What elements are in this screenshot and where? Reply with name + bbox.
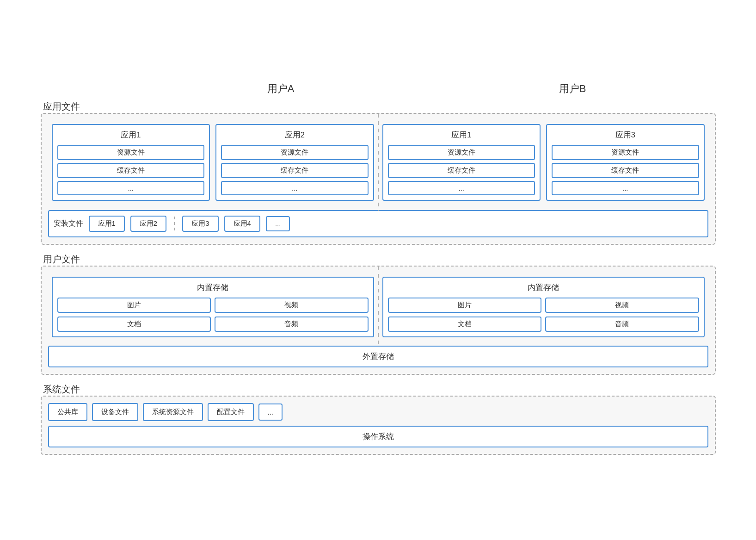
system-files-section: 系统文件 公共库 设备文件 系统资源文件 配置文件 ... 操作系统 (41, 383, 716, 455)
user-a-docs: 文档 (57, 317, 211, 332)
install-more: ... (266, 216, 290, 231)
diagram: 用户A 用户B 应用文件 应用1 资源文件 缓存文件 (31, 63, 725, 477)
app-files-section: 应用文件 应用1 资源文件 缓存文件 ... (41, 100, 716, 245)
user-a-files: 内置存储 图片 视频 文档 音频 (48, 273, 378, 341)
user-b-app1-title: 应用1 (388, 130, 535, 140)
user-b-app3-title: 应用3 (552, 130, 699, 140)
sys-resource-files: 系统资源文件 (143, 403, 203, 421)
user-a-videos: 视频 (215, 298, 369, 313)
user-b-app3-inner: 资源文件 缓存文件 ... (552, 145, 699, 195)
user-a-app2-item3: ... (221, 181, 369, 195)
user-b-storage-grid: 图片 视频 文档 音频 (388, 298, 699, 332)
user-b-docs: 文档 (388, 317, 542, 332)
user-a-app2-box: 应用2 资源文件 缓存文件 ... (215, 124, 374, 201)
user-b-app3-item2: 缓存文件 (552, 163, 699, 178)
user-a-app2-item2: 缓存文件 (221, 163, 369, 178)
user-b-app1-box: 应用1 资源文件 缓存文件 ... (382, 124, 541, 201)
user-a-app1-title: 应用1 (57, 130, 205, 140)
user-b-app1-item1: 资源文件 (388, 145, 535, 160)
sys-public-lib: 公共库 (48, 403, 87, 421)
user-a-app1-inner: 资源文件 缓存文件 ... (57, 145, 205, 195)
app-files-two-col: 应用1 资源文件 缓存文件 ... 应用2 资源文件 (48, 120, 708, 205)
user-a-app1-item2: 缓存文件 (57, 163, 205, 178)
user-b-videos: 视频 (545, 298, 699, 313)
app-files-label: 应用文件 (41, 100, 82, 113)
user-a-app2-inner: 资源文件 缓存文件 ... (221, 145, 369, 195)
install-app2: 应用2 (130, 216, 166, 232)
user-b-app3-item1: 资源文件 (552, 145, 699, 160)
install-app3: 应用3 (182, 216, 218, 232)
user-b-internal-storage: 内置存储 图片 视频 文档 音频 (382, 277, 705, 337)
user-a-app2-title: 应用2 (221, 130, 369, 140)
user-b-pictures: 图片 (388, 298, 542, 313)
app-files-container: 应用1 资源文件 缓存文件 ... 应用2 资源文件 (41, 113, 716, 245)
install-divider (174, 217, 175, 230)
user-a-audio: 音频 (215, 317, 369, 332)
user-a-app1-item1: 资源文件 (57, 145, 205, 160)
user-files-section: 用户文件 内置存储 图片 视频 文档 音频 (41, 253, 716, 375)
user-b-app3-box: 应用3 资源文件 缓存文件 ... (546, 124, 705, 201)
install-files-box: 安装文件 应用1 应用2 应用3 应用4 ... (48, 210, 708, 237)
user-a-pictures: 图片 (57, 298, 211, 313)
user-files-two-col: 内置存储 图片 视频 文档 音频 内置存储 图片 (48, 273, 708, 341)
os-box: 操作系统 (48, 426, 708, 447)
install-app4: 应用4 (224, 216, 260, 232)
user-b-header: 用户B (430, 82, 716, 96)
sys-config-files: 配置文件 (208, 403, 254, 421)
user-headers: 用户A 用户B (96, 82, 716, 96)
user-b-app1-item3: ... (388, 181, 535, 195)
user-a-app1-item3: ... (57, 181, 205, 195)
user-b-app3-item3: ... (552, 181, 699, 195)
system-files-label: 系统文件 (41, 383, 82, 396)
user-a-storage-title: 内置存储 (57, 282, 369, 293)
user-a-header: 用户A (138, 82, 424, 96)
install-app1: 应用1 (89, 216, 125, 232)
sys-device-files: 设备文件 (92, 403, 138, 421)
user-a-app1-box: 应用1 资源文件 缓存文件 ... (52, 124, 210, 201)
system-files-container: 公共库 设备文件 系统资源文件 配置文件 ... 操作系统 (41, 396, 716, 455)
user-b-app1-inner: 资源文件 缓存文件 ... (388, 145, 535, 195)
user-b-storage-title: 内置存储 (388, 282, 699, 293)
install-files-label: 安装文件 (54, 219, 83, 229)
user-b-files: 内置存储 图片 视频 文档 音频 (379, 273, 708, 341)
system-items-row: 公共库 设备文件 系统资源文件 配置文件 ... (48, 403, 708, 421)
user-b-apps: 应用1 资源文件 缓存文件 ... 应用3 资源文件 (379, 120, 708, 205)
user-b-audio: 音频 (545, 317, 699, 332)
user-files-label: 用户文件 (41, 253, 82, 266)
user-a-storage-grid: 图片 视频 文档 音频 (57, 298, 369, 332)
sys-more: ... (258, 403, 283, 421)
user-b-app1-item2: 缓存文件 (388, 163, 535, 178)
user-files-container: 内置存储 图片 视频 文档 音频 内置存储 图片 (41, 266, 716, 375)
user-a-apps: 应用1 资源文件 缓存文件 ... 应用2 资源文件 (48, 120, 378, 205)
external-storage-box: 外置存储 (48, 346, 708, 367)
user-a-app2-item1: 资源文件 (221, 145, 369, 160)
user-a-internal-storage: 内置存储 图片 视频 文档 音频 (52, 277, 374, 337)
